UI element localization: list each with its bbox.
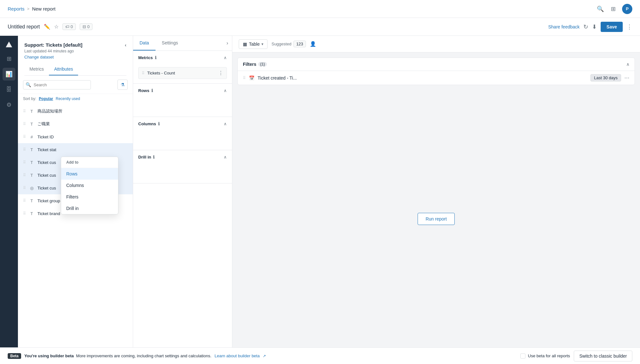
metric-more-icon[interactable]: ⋮	[218, 70, 223, 76]
add-to-dropdown: Add to Rows Columns Filters Drill in	[61, 157, 118, 214]
layouts-count: 0	[87, 24, 90, 29]
dropdown-item-rows[interactable]: Rows	[61, 168, 118, 180]
filters-collapse-icon[interactable]: ∧	[626, 62, 629, 67]
dataset-panel: Support: Tickets [default] ‹ Last update…	[18, 36, 133, 347]
drag-handle-icon: ⠿	[23, 122, 26, 126]
right-panel-body: Filters (1) ∧ ⠿ 📅 Ticket created - Ti...…	[232, 52, 640, 347]
dataset-tabs: Metrics Attributes	[24, 63, 126, 76]
left-sidebar: ⊞ 📊 🗄 ⚙	[0, 36, 18, 347]
type-text-icon: T	[28, 121, 35, 127]
breadcrumb-current: New report	[32, 6, 55, 12]
tags-count: 0	[71, 24, 73, 29]
list-item[interactable]: ⠿ T 商品認知場所 +	[18, 105, 133, 118]
collapse-panel-icon[interactable]: ›	[227, 40, 228, 46]
attribute-name: ご職業	[37, 121, 117, 127]
drag-handle-icon: ⠿	[23, 109, 26, 113]
sidebar-item-database[interactable]: 🗄	[3, 83, 15, 96]
drill-in-label: Drill in	[138, 155, 151, 159]
run-report-button[interactable]: Run report	[418, 213, 455, 225]
data-config-panel: Data Settings › Metrics ℹ ∧ ⠿ Tickets - …	[133, 36, 232, 347]
rows-section-header[interactable]: Rows ℹ ∧	[133, 84, 232, 97]
search-input-wrap: 🔍	[23, 80, 115, 89]
list-item[interactable]: ⠿ T Ticket stat +	[18, 143, 133, 156]
chart-type-chevron-icon: ▾	[261, 42, 263, 46]
star-icon[interactable]: ☆	[54, 24, 59, 30]
filter-button[interactable]: ⚗	[117, 80, 128, 90]
tab-data[interactable]: Data	[133, 36, 156, 50]
dataset-title-row: Support: Tickets [default] ‹	[24, 42, 126, 48]
filter-icon: ⚗	[121, 82, 125, 87]
metrics-section-content: ⠿ Tickets - Count ⋮	[133, 65, 232, 83]
report-title: Untitled report	[8, 24, 40, 30]
share-feedback-link[interactable]: Share feedback	[548, 24, 580, 29]
attribute-list: ⠿ T 商品認知場所 + ⠿ T ご職業 + ⠿ # Ticket ID + ⠿	[18, 104, 133, 347]
beta-section: Beta You're using builder beta More impr…	[8, 353, 266, 359]
save-button[interactable]: Save	[601, 22, 623, 32]
list-item[interactable]: ⠿ # Ticket ID +	[18, 130, 133, 143]
sidebar-item-home[interactable]: ⊞	[3, 52, 15, 65]
avatar[interactable]: P	[622, 4, 632, 14]
beta-right: Use beta for all reports Switch to class…	[520, 351, 632, 361]
use-beta-checkbox[interactable]	[520, 353, 525, 359]
filter-name[interactable]: Ticket created - Ti...	[258, 75, 587, 81]
chart-type-button[interactable]: ▦ Table ▾	[239, 39, 268, 49]
breadcrumb-separator: >	[27, 6, 30, 11]
more-options-icon[interactable]: ⋮	[627, 23, 632, 30]
rows-info-icon: ℹ	[151, 88, 153, 93]
tab-metrics[interactable]: Metrics	[24, 63, 49, 75]
suggested-count: 123	[293, 41, 306, 47]
grid-icon[interactable]: ⊞	[609, 5, 617, 13]
sidebar-item-settings[interactable]: ⚙	[3, 98, 15, 111]
right-panel: ▦ Table ▾ Suggested 123 👤 Filters (1) ∧	[232, 36, 640, 347]
type-circle-icon: ◎	[28, 185, 35, 191]
layouts-badge[interactable]: ⊟ 0	[80, 23, 92, 30]
drill-in-chevron-icon: ∧	[224, 155, 227, 159]
filter-item: ⠿ 📅 Ticket created - Ti... Last 30 days …	[238, 71, 635, 85]
drill-in-section-header[interactable]: Drill in ℹ ∧	[133, 150, 232, 164]
suggested-label: Suggested	[271, 42, 291, 46]
calendar-icon: 📅	[249, 75, 254, 81]
rows-section: Rows ℹ ∧	[133, 84, 232, 117]
search-icon[interactable]: 🔍	[596, 5, 604, 13]
metrics-section: Metrics ℹ ∧ ⠿ Tickets - Count ⋮	[133, 51, 232, 84]
dropdown-item-filters[interactable]: Filters	[61, 191, 118, 203]
dropdown-item-drill-in[interactable]: Drill in	[61, 203, 118, 214]
filter-more-icon[interactable]: ⋯	[624, 75, 629, 81]
type-text-icon: T	[28, 159, 35, 166]
filter-value-badge[interactable]: Last 30 days	[590, 74, 621, 81]
sort-row: Sort by: Popular Recently used	[18, 94, 133, 104]
external-link-icon: ↗	[263, 354, 266, 358]
tab-settings[interactable]: Settings	[156, 36, 185, 50]
tab-attributes[interactable]: Attributes	[49, 63, 78, 75]
list-item[interactable]: ⠿ T ご職業 +	[18, 118, 133, 130]
breadcrumb-reports[interactable]: Reports	[8, 6, 25, 12]
sidebar-item-reports[interactable]: 📊	[3, 68, 15, 81]
type-text-icon: T	[28, 146, 35, 153]
refresh-icon[interactable]: ↻	[583, 23, 588, 30]
dataset-header: Support: Tickets [default] ‹ Last update…	[18, 36, 133, 76]
table-icon: ▦	[243, 42, 247, 47]
main-content: ⊞ 📊 🗄 ⚙ Support: Tickets [default] ‹ Las…	[0, 36, 640, 347]
columns-label: Columns	[138, 121, 156, 126]
metrics-section-header[interactable]: Metrics ℹ ∧	[133, 51, 232, 65]
dropdown-item-columns[interactable]: Columns	[61, 180, 118, 191]
download-icon[interactable]: ⬇	[592, 23, 597, 30]
columns-chevron-icon: ∧	[224, 121, 227, 126]
collapse-dataset-icon[interactable]: ‹	[125, 42, 126, 48]
tags-badge[interactable]: 🏷 0	[62, 23, 76, 30]
drag-handle-icon: ⠿	[23, 135, 26, 139]
type-number-icon: #	[28, 134, 35, 140]
sort-popular[interactable]: Popular	[39, 97, 53, 101]
sort-recently-used[interactable]: Recently used	[56, 97, 80, 101]
rows-label: Rows	[138, 88, 149, 93]
switch-to-classic-button[interactable]: Switch to classic builder	[574, 351, 632, 361]
change-dataset-link[interactable]: Change dataset	[24, 55, 126, 59]
learn-about-beta-link[interactable]: Learn about builder beta	[215, 353, 260, 358]
bottom-bar: Beta You're using builder beta More impr…	[0, 347, 640, 364]
drag-handle-icon: ⠿	[23, 147, 26, 152]
columns-section-content	[133, 131, 232, 150]
search-input[interactable]	[23, 80, 91, 89]
edit-icon[interactable]: ✏️	[44, 24, 50, 30]
columns-section-header[interactable]: Columns ℹ ∧	[133, 117, 232, 131]
metric-drag-icon: ⠿	[142, 71, 145, 75]
